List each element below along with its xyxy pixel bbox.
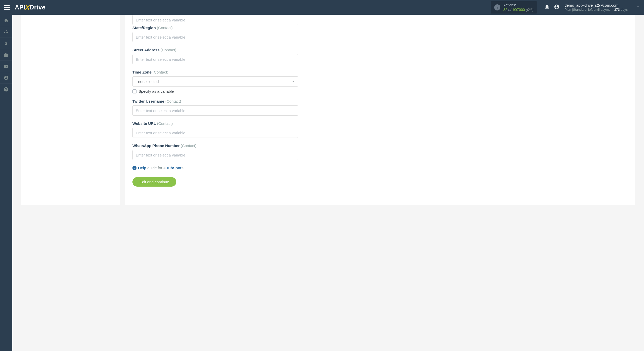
sidebar-item-account[interactable] — [0, 72, 12, 84]
actions-count: 32 — [503, 8, 507, 12]
header: API X Drive i Actions: 32 of 100'000 (0%… — [0, 0, 644, 15]
sidebar-item-help[interactable] — [0, 84, 12, 95]
select-time-zone[interactable]: - not selected - — [132, 76, 298, 87]
actions-info-box[interactable]: i Actions: 32 of 100'000 (0%) — [491, 1, 537, 14]
logo-text-api: API — [15, 4, 26, 11]
label-time-zone: Time Zone (Contact) — [132, 70, 628, 74]
label-website-url: Website URL (Contact) — [132, 121, 628, 126]
actions-pct: (0%) — [525, 8, 533, 12]
logo-text-x: X — [25, 3, 30, 12]
notifications-bell-icon[interactable] — [542, 2, 552, 13]
info-icon: i — [494, 4, 500, 10]
checkbox-label: Specify as a variable — [139, 89, 174, 93]
help-question-icon: ? — [132, 166, 137, 170]
select-time-zone-value: - not selected - — [136, 79, 161, 84]
label-whatsapp-phone: WhatsApp Phone Number (Contact) — [132, 143, 628, 148]
label-street-address: Street Address (Contact) — [132, 48, 628, 52]
user-plan: Plan |Standard| left until payment 373 d… — [565, 8, 628, 12]
user-menu[interactable]: demo_apix-drive_s2@com.com Plan |Standar… — [552, 2, 640, 13]
actions-of: of — [507, 8, 512, 12]
svg-rect-0 — [6, 30, 6, 31]
sidebar — [0, 15, 12, 205]
chevron-down-icon — [636, 5, 640, 10]
form-group-website-url: Website URL (Contact) — [132, 121, 628, 138]
form-group-street-address: Street Address (Contact) — [132, 48, 628, 64]
user-info: demo_apix-drive_s2@com.com Plan |Standar… — [565, 3, 628, 12]
edit-continue-button[interactable]: Edit and continue — [132, 177, 176, 187]
hamburger-menu-icon[interactable] — [4, 5, 10, 10]
actions-max: 100'000 — [512, 8, 525, 12]
user-email: demo_apix-drive_s2@com.com — [565, 3, 628, 8]
previous-field-input[interactable] — [132, 15, 298, 25]
help-system: HubSpot — [166, 166, 181, 170]
help-close: » — [181, 166, 183, 170]
sidebar-item-briefcase[interactable] — [0, 49, 12, 61]
form-group-twitter-username: Twitter Username (Contact) — [132, 99, 628, 116]
form-panel: State/Region (Contact) Street Address (C… — [125, 15, 635, 205]
logo-text-drive: Drive — [30, 4, 46, 11]
sidebar-item-billing[interactable] — [0, 38, 12, 49]
form-group-time-zone: Time Zone (Contact) - not selected - Spe… — [132, 70, 628, 93]
input-website-url[interactable] — [132, 128, 298, 138]
checkbox-specify-variable[interactable]: Specify as a variable — [132, 89, 628, 93]
chevron-down-icon — [291, 80, 295, 83]
actions-text: Actions: 32 of 100'000 (0%) — [503, 3, 534, 12]
user-avatar-icon — [552, 2, 562, 13]
sidebar-item-home[interactable] — [0, 15, 12, 26]
help-rest: guide for « — [147, 166, 166, 170]
actions-label: Actions: — [503, 3, 534, 7]
form-group-state-region: State/Region (Contact) — [132, 26, 628, 42]
label-state-region: State/Region (Contact) — [132, 26, 628, 30]
main-content: State/Region (Contact) Street Address (C… — [12, 15, 644, 205]
help-word: Help — [138, 166, 146, 170]
sidebar-item-connections[interactable] — [0, 26, 12, 38]
input-state-region[interactable] — [132, 32, 298, 42]
checkbox-box-icon[interactable] — [132, 89, 137, 93]
label-twitter-username: Twitter Username (Contact) — [132, 99, 628, 103]
input-whatsapp-phone[interactable] — [132, 150, 298, 160]
input-street-address[interactable] — [132, 54, 298, 64]
input-twitter-username[interactable] — [132, 105, 298, 116]
left-panel — [21, 15, 120, 205]
help-link[interactable]: ? Help guide for «HubSpot» — [132, 166, 628, 170]
logo[interactable]: API X Drive — [15, 3, 46, 12]
form-group-whatsapp-phone: WhatsApp Phone Number (Contact) — [132, 143, 628, 160]
sidebar-item-video[interactable] — [0, 61, 12, 72]
